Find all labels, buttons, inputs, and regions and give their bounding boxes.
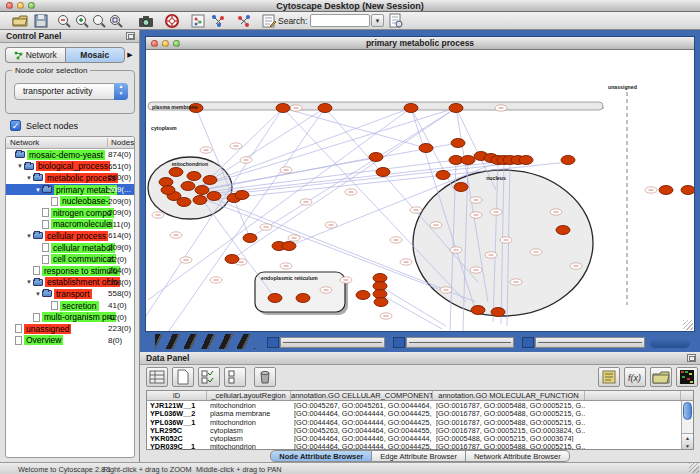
window-resize-grip[interactable] xyxy=(683,320,693,330)
table-row-ypl036w-2[interactable]: YPL036W__2plasma membrane[GO:0044464, GO… xyxy=(147,409,693,417)
node-selected[interactable] xyxy=(296,294,310,303)
expand-arrow-icon[interactable]: ▼ xyxy=(17,163,24,169)
tree-row-nucleobase[interactable]: nucleobase-209(0) xyxy=(6,195,134,207)
node-selected[interactable] xyxy=(195,186,209,195)
node-selected[interactable] xyxy=(161,186,175,195)
node-selected[interactable] xyxy=(276,104,290,113)
tree-row-biological-process[interactable]: ▼biological_process651(0) xyxy=(6,161,134,173)
node-selected[interactable] xyxy=(404,104,418,113)
node-selected[interactable] xyxy=(419,144,433,153)
table-scrollbar[interactable]: ▲▼ xyxy=(681,401,693,449)
region-plasma-membrane[interactable] xyxy=(148,102,603,110)
expand-arrow-icon[interactable]: ▼ xyxy=(35,187,42,193)
tab-edge-attribute-browser[interactable]: Edge Attribute Browser xyxy=(372,450,466,462)
select-nodes-checkbox[interactable]: ✓ xyxy=(10,120,21,131)
minimized-window-icon[interactable] xyxy=(522,337,534,348)
create-new-attribute-icon[interactable] xyxy=(172,367,194,387)
tab-scroll-right-icon[interactable]: ▶ xyxy=(125,47,135,63)
tab-node-attribute-browser[interactable]: Node Attribute Browser xyxy=(270,450,372,462)
node-selected[interactable] xyxy=(193,196,207,205)
table-row-yjr121w-1[interactable]: YJR121W__1mitochondrion[GO:0045267, GO:0… xyxy=(147,401,693,409)
scrollbar-arrows[interactable]: ▲▼ xyxy=(682,433,693,449)
node-selected[interactable] xyxy=(681,186,694,195)
table-row-ypl036w-1[interactable]: YPL036W__1mitochondrion[GO:0044464, GO:0… xyxy=(147,418,693,426)
search-options-icon[interactable] xyxy=(388,13,404,29)
network-canvas[interactable]: plasma membranecytoplasmmitochondrionnuc… xyxy=(146,50,694,331)
color-attribute-dropdown[interactable]: transporter activity ▲▼ xyxy=(14,83,128,100)
node-selected[interactable] xyxy=(225,255,239,264)
apply-layout-blue-icon[interactable] xyxy=(210,13,226,29)
open-session-icon[interactable] xyxy=(12,13,28,29)
zoom-in-icon[interactable] xyxy=(74,13,90,29)
node-selected[interactable] xyxy=(436,171,450,180)
node-selected[interactable] xyxy=(207,192,221,201)
tree-row-primary-metabo[interactable]: ▼primary metabo209(... xyxy=(6,184,134,196)
node-selected[interactable] xyxy=(659,186,673,195)
import-attributes-icon[interactable] xyxy=(650,367,672,387)
tree-row-macromolecule[interactable]: macromolecule311(0) xyxy=(6,219,134,231)
column-header-cellularlayoutregion[interactable]: _cellularLayoutRegion xyxy=(207,391,291,400)
search-input[interactable] xyxy=(310,14,370,27)
tree-row-overview[interactable]: Overview8(0) xyxy=(6,335,134,347)
expand-arrow-icon[interactable]: ▼ xyxy=(26,175,33,181)
minimized-window-bar[interactable] xyxy=(406,337,514,348)
table-row-ykr052c[interactable]: YKR052Ccytoplasm[GO:0044464, GO:0044446,… xyxy=(147,434,693,442)
minimized-windows-strip[interactable] xyxy=(145,334,695,350)
node-selected[interactable] xyxy=(282,242,296,251)
table-row-ylr295c[interactable]: YLR295Ccytoplasm[GO:0045263, GO:0044464,… xyxy=(147,426,693,434)
minimized-window-icon[interactable] xyxy=(393,337,405,348)
node-selected[interactable] xyxy=(369,153,383,162)
tree-row-nitrogen-compo[interactable]: nitrogen compo209(0) xyxy=(6,207,134,219)
snapshot-camera-icon[interactable] xyxy=(138,13,154,29)
tree-col-network[interactable]: Network xyxy=(10,138,39,147)
node-selected[interactable] xyxy=(519,156,533,165)
node-selected[interactable] xyxy=(471,306,485,315)
tree-row-cellular-metabol[interactable]: cellular metabol209(0) xyxy=(6,242,134,254)
node-selected[interactable] xyxy=(451,139,465,148)
float-data-panel-icon[interactable] xyxy=(687,354,696,362)
attribute-notes-icon[interactable] xyxy=(598,367,620,387)
node-selected[interactable] xyxy=(376,168,390,177)
node-selected[interactable] xyxy=(491,308,505,317)
delete-attribute-icon[interactable] xyxy=(254,367,276,387)
minimized-window-bar[interactable] xyxy=(280,337,385,348)
node-selected[interactable] xyxy=(561,156,575,165)
expand-arrow-icon[interactable]: ▼ xyxy=(26,279,33,285)
float-panel-icon[interactable] xyxy=(126,32,135,40)
minimized-window-icon[interactable] xyxy=(267,337,279,348)
tree-row-metabolic-process[interactable]: ▼metabolic process280(0) xyxy=(6,172,134,184)
formula-builder-icon[interactable]: f(x) xyxy=(624,367,646,387)
apply-layout-red-icon[interactable] xyxy=(236,13,252,29)
select-attributes-icon[interactable] xyxy=(146,367,168,387)
column-header-empty[interactable] xyxy=(585,391,681,400)
tree-row-unassigned[interactable]: unassigned223(0) xyxy=(6,323,134,335)
unselect-all-attributes-icon[interactable] xyxy=(224,367,246,387)
zoom-out-icon[interactable] xyxy=(56,13,72,29)
network-window-titlebar[interactable]: primary metabolic process xyxy=(146,37,694,50)
app-resize-grip[interactable] xyxy=(689,463,699,473)
tree-col-nodes[interactable]: Nodes xyxy=(107,138,134,147)
tree-row-establishment-of-lo[interactable]: ▼establishment of lo558(0) xyxy=(6,277,134,289)
column-header-annotation-go-molecular-function[interactable]: annotation.GO MOLECULAR_FUNCTION xyxy=(433,391,585,400)
node-selected[interactable] xyxy=(181,182,195,191)
column-header-annotation-go-cellular-component[interactable]: annotation.GO CELLULAR_COMPONENT xyxy=(291,391,433,400)
node-selected[interactable] xyxy=(203,176,217,185)
tree-row-cell-communicat[interactable]: cell communicat22(0) xyxy=(6,253,134,265)
tab-network-attribute-browser[interactable]: Network Attribute Browser xyxy=(466,450,570,462)
node-selected[interactable] xyxy=(177,198,191,207)
scrollbar-thumb[interactable] xyxy=(683,402,692,420)
tab-network[interactable]: Network xyxy=(5,47,65,63)
node-selected[interactable] xyxy=(187,172,201,181)
minimized-window-titlebar[interactable] xyxy=(650,338,690,348)
save-session-icon[interactable] xyxy=(33,13,49,29)
minimized-window-bar[interactable] xyxy=(535,337,645,348)
select-all-attributes-icon[interactable] xyxy=(198,367,220,387)
tree-row-mosaic-demo-yeast[interactable]: mosaic-demo-yeast874(0) xyxy=(6,149,134,161)
expand-arrow-icon[interactable]: ▼ xyxy=(35,291,42,297)
network-overview-icon[interactable] xyxy=(190,13,206,29)
annotation-icon[interactable] xyxy=(261,13,277,29)
tree-row-cellular-process[interactable]: ▼cellular process614(0) xyxy=(6,230,134,242)
tree-row-secretion[interactable]: secretion41(0) xyxy=(6,300,134,312)
node-selected[interactable] xyxy=(556,226,570,235)
network-view-window[interactable]: primary metabolic process plasma membran… xyxy=(145,36,695,332)
